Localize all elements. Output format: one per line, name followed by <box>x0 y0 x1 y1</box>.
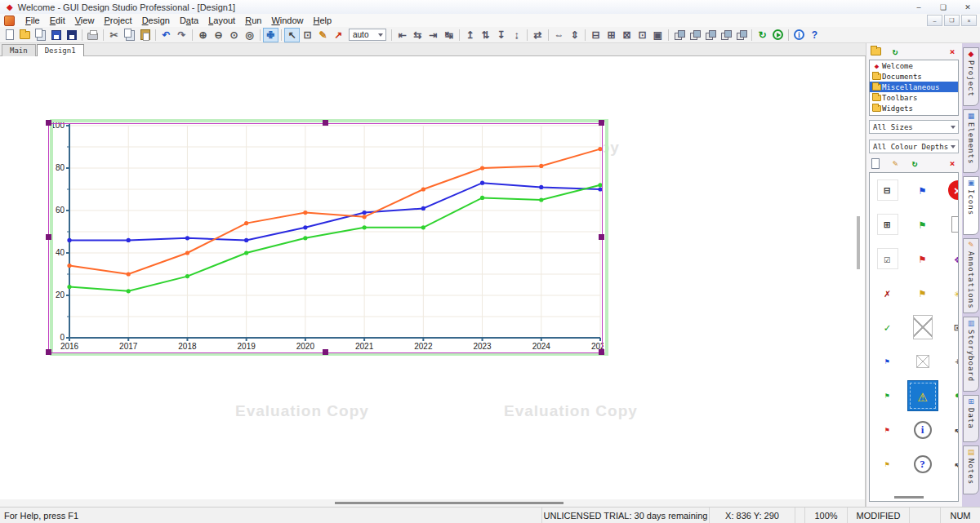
paint-splat-icon-cell[interactable]: ❖ <box>947 248 960 269</box>
menu-layout[interactable]: Layout <box>203 15 240 26</box>
folder-item-widgets[interactable]: Widgets <box>870 103 958 113</box>
same-width[interactable]: ⊟ <box>588 28 604 42</box>
line-chart[interactable]: 0204060801002016201720182019202020212022… <box>49 122 604 351</box>
same-size[interactable]: ⊠ <box>619 28 635 42</box>
bring-to-front[interactable] <box>671 28 687 42</box>
mdi-minimize-button[interactable]: – <box>927 15 942 26</box>
question-bubble-icon-cell[interactable]: ? <box>912 454 933 475</box>
side-tab-icons[interactable]: ▣Icons <box>963 176 979 235</box>
selection-handle[interactable] <box>323 349 328 355</box>
menu-help[interactable]: Help <box>309 15 337 26</box>
error-icon-cell[interactable]: × <box>947 180 960 201</box>
open[interactable] <box>17 28 33 42</box>
run-design[interactable] <box>770 28 786 42</box>
connect-tool[interactable]: ↗ <box>331 28 346 42</box>
checkbox-expand-icon-cell[interactable]: ⊞ <box>877 214 898 235</box>
checkbox-indeterminate-icon-cell[interactable]: ⊟ <box>877 180 898 201</box>
space-across[interactable]: ↹ <box>441 28 457 42</box>
mdi-restore-button[interactable]: ❏ <box>944 15 960 26</box>
swap-elements[interactable]: ⇄ <box>530 28 546 42</box>
size-filter-dropdown[interactable]: All Sizes <box>869 120 959 134</box>
checkbox-checked-icon-cell[interactable]: ☑ <box>877 248 898 269</box>
sparkle-icon-cell[interactable]: ✳ <box>947 282 960 304</box>
align-centre[interactable]: ⇆ <box>410 28 425 42</box>
refresh[interactable]: ↻ <box>755 28 770 42</box>
selection-handle[interactable] <box>46 234 51 240</box>
space-down[interactable]: ↨ <box>509 28 524 42</box>
close-button[interactable]: ✕ <box>956 0 980 14</box>
side-tab-storyboard[interactable]: ▥Storyboard <box>963 317 979 392</box>
menu-project[interactable]: Project <box>99 15 136 26</box>
refresh-folders-button[interactable]: ↻ <box>889 46 902 57</box>
selection-handle[interactable] <box>599 349 604 355</box>
menu-design[interactable]: Design <box>137 15 175 26</box>
selection-handle[interactable] <box>46 120 51 126</box>
auto-select-dropdown[interactable]: auto <box>349 29 386 41</box>
paste[interactable] <box>137 28 153 42</box>
close-folders-button[interactable]: × <box>946 46 959 57</box>
restore-button[interactable]: ❏ <box>931 0 956 14</box>
zoom-out[interactable]: ⊖ <box>211 28 226 42</box>
cursor-icon-cell[interactable]: ↖ <box>947 419 960 441</box>
dot-green-icon-cell[interactable]: ● <box>947 385 960 406</box>
canvas-horizontal-scrollbar[interactable] <box>0 499 865 507</box>
zoom-actual[interactable]: ⊙ <box>226 28 242 42</box>
selection-handle[interactable] <box>323 120 328 126</box>
fit-width[interactable]: ⇔ <box>551 28 567 42</box>
size-to-grid[interactable]: ▣ <box>650 28 666 42</box>
menu-run[interactable]: Run <box>240 15 266 26</box>
select-tool[interactable]: ↖ <box>284 28 300 42</box>
close-icons-button[interactable]: × <box>946 157 959 169</box>
side-tab-data[interactable]: ⊞Data <box>963 395 979 442</box>
same-height[interactable]: ⊞ <box>604 28 619 42</box>
align-middle[interactable]: ⇅ <box>478 28 493 42</box>
save[interactable] <box>48 28 64 42</box>
check-green-icon-cell[interactable]: ✓ <box>877 317 898 338</box>
depth-filter-dropdown[interactable]: All Colour Depths <box>869 140 959 153</box>
save-all[interactable] <box>64 28 79 42</box>
warning-icon-cell[interactable]: ⚠ <box>907 380 938 411</box>
redo[interactable]: ↷ <box>174 28 189 42</box>
minimize-button[interactable]: – <box>906 0 931 14</box>
new-file[interactable] <box>2 28 17 42</box>
zoom-fit[interactable]: ◎ <box>242 28 257 42</box>
no-image-small-icon-cell[interactable] <box>912 351 933 372</box>
refresh-icons-button[interactable]: ↻ <box>908 157 921 169</box>
menu-data[interactable]: Data <box>175 15 203 26</box>
side-tab-elements[interactable]: ▦Elements <box>963 109 979 173</box>
pennant-blue-icon-cell[interactable]: ⚑ <box>877 351 898 372</box>
no-image-icon-cell[interactable] <box>912 317 933 338</box>
icon-grid-scrollbar-thumb[interactable] <box>894 496 924 499</box>
design-canvas[interactable]: 0204060801002016201720182019202020212022… <box>0 56 866 507</box>
copy[interactable] <box>122 28 137 42</box>
pin-icon-cell[interactable]: + <box>947 351 960 372</box>
info[interactable]: i <box>791 28 807 42</box>
new-folder-button[interactable] <box>869 46 882 57</box>
side-tab-project[interactable]: ◆Project <box>963 47 979 106</box>
menu-window[interactable]: Window <box>266 15 308 26</box>
side-tab-notes[interactable]: ▤Notes <box>963 445 979 494</box>
pan-tool[interactable]: ✙ <box>263 28 278 42</box>
folder-item-toolbars[interactable]: Toolbars <box>870 92 958 103</box>
pennant-red-icon-cell[interactable]: ⚑ <box>877 419 898 441</box>
tab-main[interactable]: Main <box>2 44 36 56</box>
flag-red-icon-cell[interactable]: ⚑ <box>912 248 933 269</box>
align-left[interactable]: ⇤ <box>394 28 410 42</box>
cursor-alt-icon-cell[interactable]: ↖ <box>947 454 960 475</box>
size-to-fit[interactable]: ⊡ <box>635 28 650 42</box>
group-elements[interactable] <box>733 28 749 42</box>
edit-document-icon-cell[interactable] <box>947 214 960 235</box>
menu-file[interactable]: File <box>20 15 45 26</box>
flag-blue-icon-cell[interactable]: ⚑ <box>912 180 933 201</box>
menu-view[interactable]: View <box>70 15 100 26</box>
menu-edit[interactable]: Edit <box>45 15 70 26</box>
print[interactable] <box>85 28 100 42</box>
edit-icon-button[interactable]: ✎ <box>889 157 902 169</box>
bring-forward[interactable] <box>702 28 718 42</box>
pennant-green-icon-cell[interactable]: ⚑ <box>877 385 898 406</box>
mdi-close-button[interactable]: × <box>961 15 977 26</box>
select-parts-tool[interactable]: ⊡ <box>300 28 315 42</box>
folder-item-welcome[interactable]: ◆Welcome <box>870 60 958 71</box>
selection-handle[interactable] <box>46 349 51 355</box>
side-tab-annotations[interactable]: ✎Annotations <box>963 238 979 313</box>
